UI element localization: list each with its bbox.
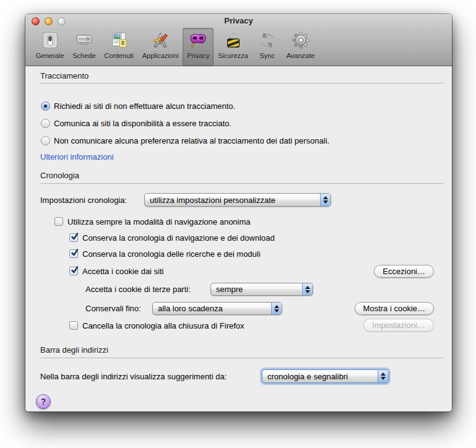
dropdown-stepper-icon — [302, 283, 313, 295]
toolbar-item-sync[interactable]: Sync — [253, 28, 282, 66]
switch-icon — [40, 30, 61, 51]
toolbar-item-schede[interactable]: Schede — [68, 28, 100, 66]
toolbar-item-contenuti[interactable]: Contenuti — [100, 28, 138, 66]
radio-label: Richiedi ai siti di non effettuare alcun… — [54, 101, 235, 111]
dropdown-stepper-icon — [378, 370, 388, 382]
toolbar-item-label: Applicazioni — [142, 52, 179, 59]
section-divider — [40, 358, 444, 358]
section-divider — [40, 83, 444, 84]
radio-row-do-not-track[interactable]: Richiedi ai siti di non effettuare alcun… — [41, 100, 235, 111]
history-settings-dropdown[interactable]: utilizza impostazioni personalizzate — [144, 193, 331, 207]
checkbox-checked[interactable] — [69, 233, 78, 242]
sync-icon — [257, 30, 278, 51]
help-button[interactable]: ? — [36, 394, 51, 409]
applications-icon — [150, 30, 171, 51]
checkbox-row-keep-search[interactable]: Conserva la cronologia delle ricerche e … — [69, 248, 261, 259]
dropdown-value: cronologia e segnalibri — [262, 372, 378, 381]
radio-row-allow-track[interactable]: Comunica ai siti la disponibilità a esse… — [41, 118, 232, 129]
dropdown-value: alla loro scadenza — [153, 304, 271, 313]
window-chrome: Privacy Generale — [25, 14, 452, 66]
toolbar-item-sicurezza[interactable]: Sicurezza — [214, 28, 252, 66]
checkbox-row-private-mode[interactable]: Utilizza sempre la modalità di navigazio… — [54, 216, 251, 227]
radio-button[interactable] — [41, 119, 50, 128]
radio-label: Non comunicare alcuna preferenza relativ… — [54, 136, 329, 145]
radio-button[interactable] — [41, 136, 50, 145]
radio-label: Comunica ai siti la disponibilità a esse… — [54, 119, 232, 128]
section-title-tracking: Tracciamento — [40, 71, 89, 80]
checkbox-label: Accetta i cookie dai siti — [82, 267, 164, 276]
toolbar-item-label: Sync — [260, 52, 275, 59]
checkbox-unchecked[interactable] — [69, 321, 78, 330]
toolbar-item-label: Avanzate — [287, 52, 315, 59]
radio-row-no-preference[interactable]: Non comunicare alcuna preferenza relativ… — [41, 135, 329, 146]
toolbar-item-label: Sicurezza — [218, 52, 248, 59]
field-label: Conservali fino: — [85, 304, 141, 313]
gear-icon — [290, 30, 311, 51]
third-party-label: Accetta i cookie di terze parti: — [85, 283, 191, 296]
field-label: Nella barra degli indirizzi visualizza s… — [40, 372, 227, 381]
history-settings-label: Impostazioni cronologia: — [40, 193, 127, 207]
checkbox-row-clear-on-close[interactable]: Cancella la cronologia alla chiusura di … — [69, 320, 244, 331]
toolbar-item-generale[interactable]: Generale — [32, 28, 68, 66]
toolbar-item-label: Schede — [72, 52, 95, 59]
section-divider — [40, 183, 444, 184]
toolbar: Generale Schede — [32, 28, 319, 66]
field-label: Accetta i cookie di terze parti: — [85, 285, 191, 294]
toolbar-item-label: Privacy — [187, 52, 209, 59]
section-title-history: Cronologia — [40, 171, 79, 180]
checkbox-label: Cancella la cronologia alla chiusura di … — [82, 321, 244, 330]
toolbar-item-privacy[interactable]: Privacy — [183, 28, 214, 66]
mask-icon — [188, 30, 209, 51]
suggest-label: Nella barra degli indirizzi visualizza s… — [40, 369, 227, 383]
radio-button-selected[interactable] — [41, 101, 50, 111]
section-title-addressbar: Barra degli indirizzi — [40, 345, 108, 355]
privacy-pane: Tracciamento Richiedi ai siti di non eff… — [25, 67, 452, 411]
lock-icon — [223, 30, 244, 51]
toolbar-item-applicazioni[interactable]: Applicazioni — [138, 28, 183, 66]
third-party-dropdown[interactable]: sempre — [210, 283, 313, 296]
content-page-icon — [108, 30, 129, 51]
exceptions-button[interactable]: Eccezioni… — [374, 265, 434, 278]
checkbox-row-keep-history[interactable]: Conserva la cronologia di navigazione e … — [69, 232, 275, 243]
checkbox-unchecked[interactable] — [54, 217, 63, 226]
more-info-link[interactable]: Ulteriori informazioni — [40, 152, 113, 162]
titlebar[interactable]: Privacy — [25, 14, 452, 28]
checkbox-label: Utilizza sempre la modalità di navigazio… — [67, 217, 251, 226]
dropdown-value: utilizza impostazioni personalizzate — [145, 196, 320, 205]
clear-settings-button: Impostazioni… — [363, 319, 434, 332]
checkbox-checked[interactable] — [69, 249, 78, 258]
keep-until-label: Conservali fino: — [85, 302, 141, 315]
field-label: Impostazioni cronologia: — [40, 196, 127, 205]
checkbox-label: Conserva la cronologia delle ricerche e … — [82, 249, 261, 259]
checkbox-checked[interactable] — [69, 267, 78, 275]
dropdown-stepper-icon — [320, 194, 331, 206]
show-cookies-button[interactable]: Mostra i cookie… — [355, 302, 434, 315]
dropdown-value: sempre — [211, 285, 302, 294]
suggest-dropdown[interactable]: cronologia e segnalibri — [262, 369, 389, 383]
preferences-window: Privacy Generale — [25, 14, 452, 411]
checkbox-row-accept-cookies[interactable]: Accetta i cookie dai siti — [69, 265, 164, 277]
toolbar-item-avanzate[interactable]: Avanzate — [282, 28, 319, 66]
toolbar-item-label: Contenuti — [105, 52, 134, 59]
window-title: Privacy — [25, 16, 452, 25]
checkbox-label: Conserva la cronologia di navigazione e … — [82, 233, 275, 243]
dropdown-stepper-icon — [271, 303, 282, 314]
toolbar-item-label: Generale — [36, 52, 64, 59]
keep-until-dropdown[interactable]: alla loro scadenza — [152, 302, 282, 315]
tab-icon — [74, 30, 95, 51]
